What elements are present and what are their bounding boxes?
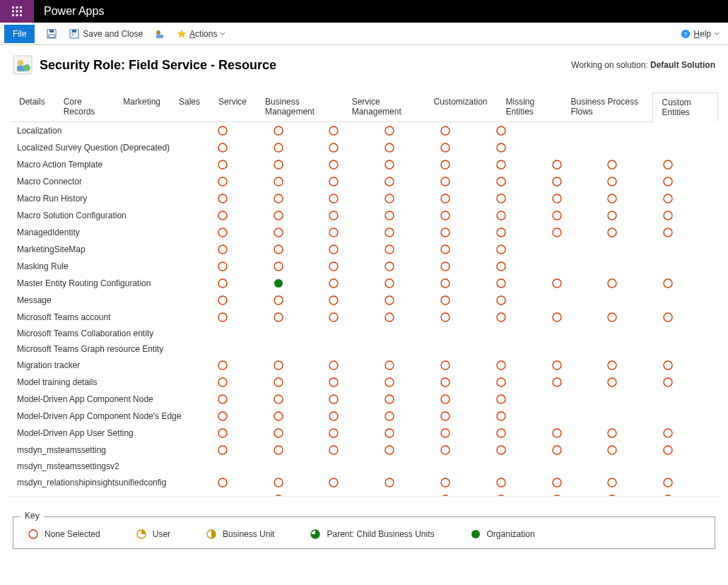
permission-cell[interactable] [217, 309, 273, 326]
permission-cell[interactable] [606, 425, 662, 442]
permission-cell[interactable] [273, 139, 329, 156]
permission-cell[interactable] [273, 224, 329, 241]
tab-details[interactable]: Details [10, 92, 54, 122]
permission-cell[interactable] [217, 357, 273, 374]
permission-cell[interactable] [440, 292, 495, 309]
permission-cell[interactable] [662, 425, 718, 442]
grid-scroll[interactable]: LocalizationLocalized Survey Question (D… [10, 122, 718, 497]
permission-cell[interactable] [217, 275, 273, 292]
permission-cell[interactable] [273, 122, 329, 139]
permission-cell[interactable] [440, 258, 495, 275]
permission-cell[interactable] [328, 241, 384, 258]
permission-cell[interactable] [551, 207, 607, 224]
permission-cell[interactable] [273, 173, 329, 190]
permission-cell[interactable] [440, 224, 495, 241]
permission-cell[interactable] [662, 224, 718, 241]
permission-cell[interactable] [217, 224, 273, 241]
permission-cell[interactable] [551, 491, 607, 497]
permission-cell[interactable] [606, 474, 662, 491]
permission-cell[interactable] [384, 474, 440, 491]
permission-cell[interactable] [495, 156, 551, 173]
tab-customization[interactable]: Customization [424, 92, 496, 122]
permission-cell[interactable] [440, 357, 495, 374]
permission-cell[interactable] [328, 258, 384, 275]
permission-cell[interactable] [384, 408, 440, 425]
permission-cell[interactable] [273, 207, 329, 224]
permission-cell[interactable] [384, 374, 440, 391]
permission-cell[interactable] [495, 258, 551, 275]
permission-cell[interactable] [606, 207, 662, 224]
permission-cell[interactable] [328, 139, 384, 156]
permission-cell[interactable] [273, 190, 329, 207]
permission-cell[interactable] [328, 156, 384, 173]
permission-cell[interactable] [217, 474, 273, 491]
permission-cell[interactable] [440, 190, 495, 207]
permission-cell[interactable] [273, 156, 329, 173]
save-button[interactable] [42, 27, 61, 41]
role-icon-button[interactable] [150, 27, 170, 41]
permission-cell[interactable] [384, 173, 440, 190]
permission-cell[interactable] [606, 224, 662, 241]
permission-cell[interactable] [273, 241, 329, 258]
permission-cell[interactable] [440, 139, 495, 156]
permission-cell[interactable] [662, 156, 718, 173]
permission-cell[interactable] [551, 156, 607, 173]
permission-cell[interactable] [495, 139, 551, 156]
permission-cell[interactable] [551, 425, 607, 442]
permission-cell[interactable] [495, 425, 551, 442]
permission-cell[interactable] [440, 122, 495, 139]
permission-cell[interactable] [217, 374, 273, 391]
tab-core-records[interactable]: Core Records [54, 92, 115, 122]
permission-cell[interactable] [440, 241, 495, 258]
permission-cell[interactable] [440, 425, 495, 442]
permission-cell[interactable] [551, 173, 607, 190]
permission-cell[interactable] [328, 292, 384, 309]
permission-cell[interactable] [328, 309, 384, 326]
permission-cell[interactable] [662, 442, 718, 459]
permission-cell[interactable] [384, 292, 440, 309]
permission-cell[interactable] [440, 391, 495, 408]
permission-cell[interactable] [328, 374, 384, 391]
permission-cell[interactable] [495, 474, 551, 491]
tab-missing-entities[interactable]: Missing Entities [497, 92, 562, 122]
permission-cell[interactable] [384, 139, 440, 156]
permission-cell[interactable] [606, 309, 662, 326]
permission-cell[interactable] [495, 442, 551, 459]
permission-cell[interactable] [440, 474, 495, 491]
permission-cell[interactable] [217, 391, 273, 408]
permission-cell[interactable] [217, 190, 273, 207]
permission-cell[interactable] [273, 491, 329, 497]
permission-cell[interactable] [662, 207, 718, 224]
save-close-button[interactable]: Save and Close [64, 27, 147, 41]
permission-cell[interactable] [495, 173, 551, 190]
permission-cell[interactable] [551, 442, 607, 459]
permission-cell[interactable] [384, 275, 440, 292]
permission-cell[interactable] [328, 391, 384, 408]
permission-cell[interactable] [217, 425, 273, 442]
permission-cell[interactable] [662, 357, 718, 374]
permission-cell[interactable] [217, 207, 273, 224]
permission-cell[interactable] [217, 408, 273, 425]
permission-cell[interactable] [606, 190, 662, 207]
permission-cell[interactable] [440, 173, 495, 190]
permission-cell[interactable] [440, 374, 495, 391]
permission-cell[interactable] [440, 275, 495, 292]
permission-cell[interactable] [606, 173, 662, 190]
tab-sales[interactable]: Sales [170, 92, 209, 122]
permission-cell[interactable] [328, 408, 384, 425]
permission-cell[interactable] [495, 292, 551, 309]
permission-cell[interactable] [495, 207, 551, 224]
permission-cell[interactable] [606, 357, 662, 374]
permission-cell[interactable] [384, 309, 440, 326]
permission-cell[interactable] [495, 491, 551, 497]
permission-cell[interactable] [273, 275, 329, 292]
permission-cell[interactable] [662, 491, 718, 497]
permission-cell[interactable] [328, 173, 384, 190]
permission-cell[interactable] [440, 491, 495, 497]
permission-cell[interactable] [328, 357, 384, 374]
permission-cell[interactable] [606, 491, 662, 497]
permission-cell[interactable] [606, 374, 662, 391]
permission-cell[interactable] [328, 474, 384, 491]
permission-cell[interactable] [495, 408, 551, 425]
permission-cell[interactable] [328, 207, 384, 224]
